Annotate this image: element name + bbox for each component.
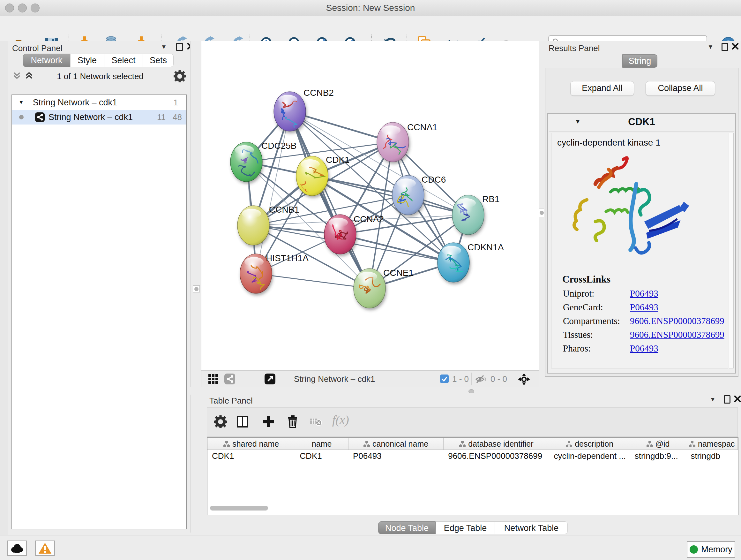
edge-count: 48 — [173, 112, 182, 122]
network-tree: ▼ String Network – cdk1 1 String Network… — [11, 95, 187, 530]
table-panel-title: Table Panel — [209, 396, 253, 406]
status-bar: Memory — [0, 535, 741, 560]
network-node[interactable] — [230, 142, 262, 182]
tab-network[interactable]: Network — [23, 54, 70, 67]
tab-network-table[interactable]: Network Table — [495, 521, 568, 534]
column-header--id[interactable]: @id — [630, 438, 686, 449]
tab-string[interactable]: String — [622, 54, 657, 68]
table-cell[interactable]: P06493 — [348, 450, 444, 462]
network-canvas[interactable]: CCNB2CCNA1CDC25BCDK1CDC6RB1CCNB1CCNA2CDK… — [201, 41, 539, 370]
string-results-box: Expand All Collapse All ▼ CDK1 cyclin-de… — [545, 68, 738, 377]
show-columns-icon[interactable] — [237, 415, 249, 428]
network-node[interactable] — [238, 206, 269, 245]
horizontal-splitter-handle[interactable] — [468, 389, 474, 393]
network-node[interactable] — [377, 122, 409, 162]
crosslink-link[interactable]: P06493 — [630, 343, 658, 354]
crosslink-link[interactable]: P06493 — [630, 288, 658, 299]
expand-all-button[interactable]: Expand All — [570, 81, 634, 96]
tab-select[interactable]: Select — [104, 54, 143, 67]
network-node[interactable] — [274, 91, 306, 131]
grid-view-icon[interactable] — [208, 374, 219, 384]
table-cell[interactable]: 9606.ENSP00000378699 — [444, 450, 549, 462]
column-header-canonical-name[interactable]: canonical name — [348, 438, 444, 449]
column-type-icon — [459, 441, 466, 447]
column-type-icon — [566, 441, 572, 447]
column-header-shared-name[interactable]: shared name — [207, 438, 295, 449]
table-toolbar: f(x) — [207, 408, 738, 437]
network-node[interactable] — [392, 175, 424, 215]
protein-description: cyclin-dependent kinase 1 — [557, 138, 728, 148]
delete-table-icon-disabled — [310, 417, 323, 427]
network-edge[interactable] — [256, 111, 290, 273]
left-splitter-handle[interactable] — [193, 286, 200, 293]
network-share-view-icon[interactable] — [224, 374, 235, 384]
memory-button[interactable]: Memory — [687, 541, 735, 558]
network-view-toolbar: String Network – cdk1 1 - 0 0 - 0 — [201, 370, 539, 387]
network-node[interactable] — [452, 195, 484, 235]
network-node-label: CDC25B — [261, 141, 296, 151]
column-header-name[interactable]: name — [295, 438, 348, 449]
open-in-window-icon[interactable] — [265, 374, 275, 384]
cloud-button[interactable] — [7, 541, 27, 556]
hidden-count: 0 - 0 — [490, 371, 507, 387]
network-node[interactable] — [437, 243, 469, 282]
add-column-icon[interactable] — [262, 415, 275, 428]
table-cell[interactable]: stringdb — [686, 450, 738, 462]
results-panel-menu-icon[interactable]: ▼ — [708, 44, 714, 51]
network-status-dot — [19, 115, 23, 119]
results-panel-close-icon[interactable] — [732, 43, 739, 50]
network-node-label: CDK1 — [326, 155, 350, 165]
column-header-namespac[interactable]: namespac — [686, 438, 738, 449]
crosslink-label: GeneCard: — [563, 302, 630, 313]
table-cell[interactable]: cyclin-dependent ... — [549, 450, 630, 462]
column-header-description[interactable]: description — [549, 438, 630, 449]
control-panel-menu-icon[interactable]: ▼ — [161, 44, 167, 51]
collapse-all-icon[interactable] — [12, 71, 23, 81]
gear-icon[interactable] — [174, 70, 186, 82]
delete-column-icon[interactable] — [286, 415, 299, 428]
collection-expand-icon[interactable]: ▼ — [18, 99, 24, 106]
table-panel-close-icon[interactable] — [734, 395, 741, 402]
crosslink-link[interactable]: 9606.ENSP00000378699 — [630, 329, 724, 340]
crosslink-link[interactable]: 9606.ENSP00000378699 — [630, 316, 724, 326]
main-toolbar: ? — [0, 16, 741, 41]
table-cell[interactable]: CDK1 — [207, 450, 295, 462]
window-title: Session: New Session — [0, 0, 741, 16]
network-edge[interactable] — [256, 273, 369, 288]
network-view-title: String Network – cdk1 — [294, 371, 375, 387]
network-row[interactable]: String Network – cdk1 11 48 — [12, 110, 186, 125]
table-h-scrollbar-thumb[interactable] — [210, 506, 268, 510]
collection-count: 1 — [174, 98, 178, 108]
warning-button[interactable] — [35, 541, 55, 556]
network-view-panel: CCNB2CCNA1CDC25BCDK1CDC6RB1CCNB1CCNA2CDK… — [201, 41, 539, 387]
expand-all-icon[interactable] — [24, 71, 35, 81]
table-panel-float-icon[interactable] — [724, 395, 731, 403]
network-node-label: CCNA2 — [354, 214, 384, 224]
tab-node-table[interactable]: Node Table — [378, 521, 435, 534]
table-cell[interactable]: CDK1 — [295, 450, 348, 462]
tab-style[interactable]: Style — [70, 54, 104, 67]
hidden-eye-icon[interactable] — [475, 374, 488, 384]
tab-sets[interactable]: Sets — [143, 54, 174, 67]
results-scrollbar[interactable] — [729, 133, 734, 368]
table-panel-menu-icon[interactable]: ▼ — [710, 396, 716, 403]
crosslink-row: Pharos:P06493 — [563, 343, 728, 354]
left-splitter[interactable] — [190, 41, 202, 533]
tab-edge-table[interactable]: Edge Table — [435, 521, 495, 534]
collapse-all-button[interactable]: Collapse All — [646, 81, 715, 96]
table-row[interactable]: CDK1CDK1P064939606.ENSP00000378699cyclin… — [207, 450, 738, 462]
control-panel-float-icon[interactable] — [176, 43, 183, 51]
fit-selection-icon[interactable] — [517, 373, 531, 386]
table-header-row: shared namenamecanonical namedatabase id… — [207, 438, 738, 450]
selected-checkbox[interactable] — [440, 374, 449, 383]
table-cell[interactable]: stringdb:9... — [630, 450, 686, 462]
network-collection-row[interactable]: ▼ String Network – cdk1 1 — [12, 95, 186, 110]
network-node[interactable] — [354, 268, 386, 308]
column-header-database-identifier[interactable]: database identifier — [444, 438, 549, 449]
crosslink-link[interactable]: P06493 — [630, 302, 658, 313]
horizontal-splitter[interactable] — [190, 387, 741, 395]
table-settings-gear-icon[interactable] — [214, 415, 227, 428]
results-panel-float-icon[interactable] — [722, 43, 728, 51]
network-node[interactable] — [324, 214, 356, 254]
collection-label: String Network – cdk1 — [33, 98, 117, 108]
